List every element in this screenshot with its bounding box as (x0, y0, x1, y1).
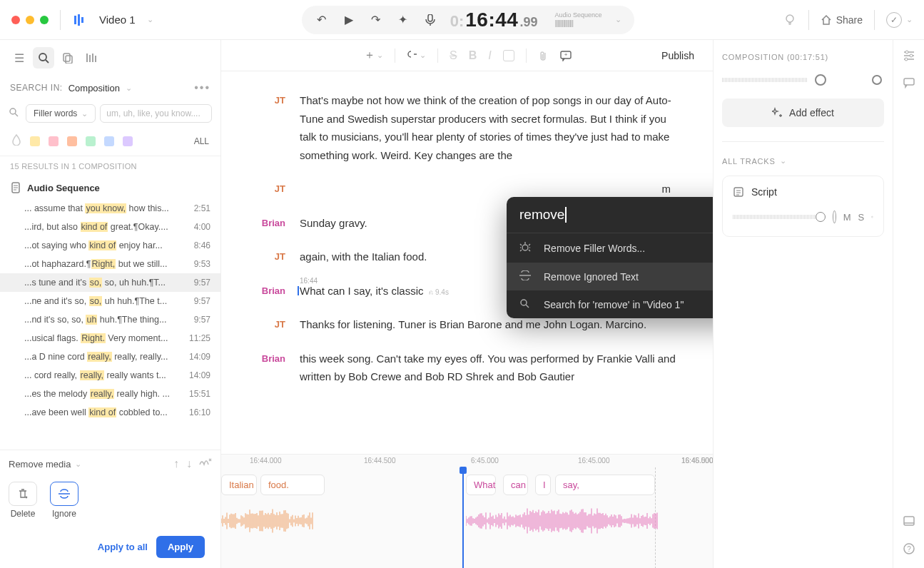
transcript-text[interactable]: Sunday gravy. (300, 214, 367, 233)
search-result-row[interactable]: ...ave been well kind of cobbled to...16… (0, 403, 220, 422)
timeline-word[interactable]: say, (555, 475, 655, 495)
solo-button[interactable]: S (858, 212, 865, 223)
timeline-body[interactable]: Italianfood.WhatcanIsay, (221, 467, 713, 568)
undo-icon[interactable]: ↶ (315, 13, 329, 27)
chat-icon[interactable] (903, 77, 915, 91)
play-icon[interactable]: ▶ (342, 13, 356, 27)
search-toggle-icon[interactable] (33, 47, 54, 69)
more-options-icon[interactable]: ••• (194, 81, 210, 94)
search-result-row[interactable]: ... assume that you know, how this...2:5… (0, 199, 220, 218)
menu-icon[interactable]: ☰ (9, 47, 30, 69)
apply-to-all-button[interactable]: Apply to all (98, 542, 148, 552)
transcript-text[interactable]: m (300, 180, 671, 198)
share-button[interactable]: Share (821, 14, 863, 26)
project-name[interactable]: Video 1 (99, 14, 136, 26)
filter-filler-words-pill[interactable]: Filler words ⌄ (26, 104, 96, 123)
timeline-word[interactable]: food. (260, 475, 325, 495)
slider-end-handle[interactable] (872, 75, 882, 85)
attachment-icon[interactable] (538, 50, 548, 61)
mini-slider-handle[interactable] (816, 212, 826, 222)
add-effect-button[interactable]: Add effect (722, 98, 884, 127)
clock-icon[interactable] (871, 211, 873, 223)
transcript-text[interactable]: 16:44What can I say, it's classic ⎌ 9.4s (300, 282, 449, 300)
color-swatch[interactable] (67, 136, 77, 146)
timeline-word[interactable]: can (503, 475, 528, 495)
search-result-row[interactable]: ...ot saying who kind of enjoy har...8:4… (0, 236, 220, 255)
command-palette-item[interactable]: Search for 'remove' in "Video 1" (507, 290, 713, 318)
color-swatch[interactable] (104, 136, 114, 146)
results-list[interactable]: ... assume that you know, how this...2:5… (0, 199, 220, 450)
script-track-card[interactable]: Script M S (722, 176, 884, 237)
transcript-line[interactable]: JTm (250, 180, 684, 198)
transcript-text[interactable]: That's maybe not how we think of the cre… (300, 91, 684, 164)
redo-icon[interactable]: ↷ (369, 13, 383, 27)
maximize-window-button[interactable] (40, 16, 49, 24)
sliders-icon[interactable] (903, 50, 915, 64)
tool-pen-icon[interactable]: ⌄ (407, 50, 426, 61)
search-result-row[interactable]: ...nd it's so, so, uh huh.¶The thing...9… (0, 310, 220, 329)
sequence-dropdown-icon[interactable]: ⌄ (615, 15, 621, 24)
minimize-window-button[interactable] (26, 16, 34, 24)
chevron-down-icon[interactable]: ⌄ (75, 460, 81, 469)
highlight-tool-icon[interactable] (503, 50, 514, 61)
search-in-value[interactable]: Composition (68, 83, 120, 93)
track-knob-icon[interactable] (833, 211, 836, 223)
ignore-button[interactable]: Ignore (50, 482, 78, 519)
transcript-line[interactable]: JTThat's maybe not how we think of the c… (250, 91, 684, 164)
playhead[interactable] (462, 467, 464, 568)
search-result-row[interactable]: ...s tune and it's so, so, uh huh.¶T...9… (0, 273, 220, 292)
wave-toggle-icon[interactable] (199, 457, 212, 470)
comment-icon[interactable]: + (559, 50, 572, 61)
timeline-word[interactable]: I (535, 475, 551, 495)
strikethrough-tool-icon[interactable]: S (450, 49, 457, 62)
command-palette-input[interactable]: remove (507, 197, 713, 233)
color-swatch[interactable] (123, 136, 133, 146)
transcript-text[interactable]: this week song. Can't take my eyes off. … (300, 350, 684, 386)
command-palette-item[interactable]: Remove Ignored Text (507, 263, 713, 290)
mute-button[interactable]: M (843, 212, 851, 223)
search-result-row[interactable]: ...es the melody really, really high. ..… (0, 385, 220, 403)
timeline-word[interactable]: Italian (221, 475, 257, 495)
color-swatch[interactable] (86, 136, 96, 146)
all-swatches-label[interactable]: ALL (194, 136, 209, 146)
project-dropdown-icon[interactable]: ⌄ (147, 15, 153, 24)
sequence-indicator[interactable]: Audio Sequence |||||||||||||||| (550, 12, 601, 27)
prev-result-icon[interactable]: ↑ (173, 457, 179, 470)
check-menu-button[interactable]: ✓ (886, 12, 902, 28)
timeline-word[interactable]: What (466, 475, 496, 495)
color-swatch[interactable] (30, 136, 40, 146)
search-result-row[interactable]: ... cord really, really, really wants t.… (0, 366, 220, 385)
copy-icon[interactable] (57, 47, 78, 69)
next-result-icon[interactable]: ↓ (186, 457, 192, 470)
search-result-row[interactable]: ...a D nine cord really, really, really.… (0, 348, 220, 366)
chevron-down-icon[interactable]: ⌄ (780, 156, 786, 166)
publish-button[interactable]: Publish (661, 50, 694, 61)
mic-icon[interactable] (423, 13, 437, 27)
search-result-row[interactable]: ...ne and it's so, so, uh huh.¶The t...9… (0, 292, 220, 310)
close-window-button[interactable] (11, 16, 20, 24)
bold-tool-icon[interactable]: B (469, 49, 477, 62)
apply-button[interactable]: Apply (156, 536, 205, 558)
composition-slider[interactable] (722, 74, 884, 86)
check-menu-dropdown-icon[interactable]: ⌄ (906, 15, 913, 24)
transcript-text[interactable]: again, with the Italian food. (300, 248, 427, 266)
command-palette-item[interactable]: Remove Filler Words... (507, 233, 713, 263)
color-swatch[interactable] (49, 136, 59, 146)
remove-media-label[interactable]: Remove media (9, 459, 71, 470)
help-icon[interactable]: ? (903, 542, 915, 558)
search-result-row[interactable]: ...ot haphazard.¶Right, but we still...9… (0, 255, 220, 273)
search-result-row[interactable]: ...usical flags. Right. Very moment...11… (0, 329, 220, 348)
add-icon[interactable]: ＋⌄ (364, 48, 383, 63)
delete-button[interactable]: Delete (9, 482, 37, 519)
columns-icon[interactable] (81, 47, 103, 69)
sparkle-icon[interactable]: ✦ (396, 13, 410, 27)
ink-drop-icon[interactable] (11, 134, 21, 148)
search-icon[interactable] (9, 107, 21, 120)
italic-tool-icon[interactable]: I (488, 49, 491, 62)
lightbulb-icon[interactable] (783, 13, 797, 27)
search-result-row[interactable]: ...ird, but also kind of great.¶Okay....… (0, 218, 220, 236)
transcript-line[interactable]: Brianthis week song. Can't take my eyes … (250, 350, 684, 386)
timeline[interactable]: 16:44.00016:44.5006:45.00016:45.00016:45… (221, 454, 713, 568)
filter-search-input[interactable]: um, uh, like, you know.... (100, 104, 212, 123)
search-in-dropdown-icon[interactable]: ⌄ (126, 83, 132, 93)
